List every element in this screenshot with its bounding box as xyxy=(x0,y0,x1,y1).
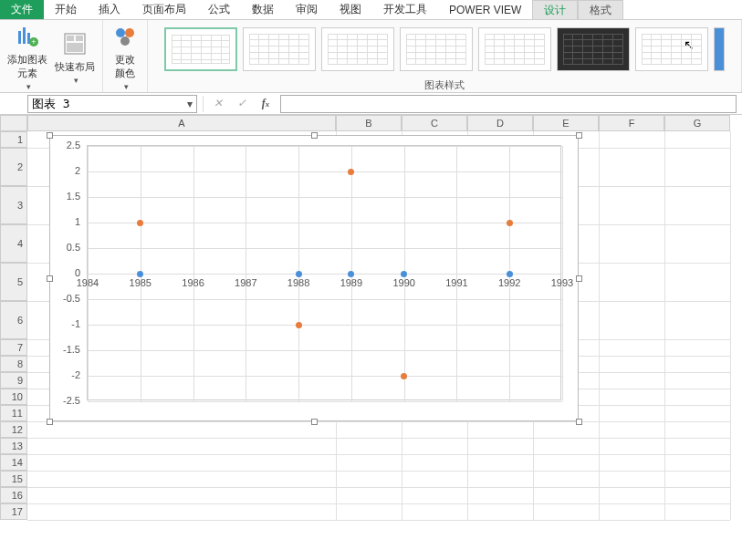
svg-rect-6 xyxy=(67,36,74,41)
svg-point-11 xyxy=(120,36,130,46)
row-header-2[interactable]: 2 xyxy=(0,148,27,186)
chart-plot-area[interactable]: -2.5-2-1.5-1-0.500.511.522.5198419851986… xyxy=(87,145,561,400)
chart-style-6[interactable] xyxy=(557,27,630,71)
mouse-cursor-icon: ↖ xyxy=(684,37,695,52)
menu-tabs: 文件 开始 插入 页面布局 公式 数据 审阅 视图 开发工具 POWER VIE… xyxy=(0,0,742,20)
chart-style-2[interactable] xyxy=(243,27,316,71)
row-header-15[interactable]: 15 xyxy=(0,471,27,487)
tab-file[interactable]: 文件 xyxy=(0,0,44,19)
name-box-dropdown[interactable]: ▾ xyxy=(186,98,193,110)
chart-resize-handle[interactable] xyxy=(47,419,53,425)
tab-design[interactable]: 设计 xyxy=(532,0,578,19)
chart-resize-handle[interactable] xyxy=(47,132,53,139)
tab-data[interactable]: 数据 xyxy=(241,0,285,19)
chart-style-1[interactable] xyxy=(164,27,237,71)
chart-style-more[interactable] xyxy=(714,27,725,71)
tab-home[interactable]: 开始 xyxy=(44,0,88,19)
chevron-down-icon: ▾ xyxy=(26,82,31,91)
tab-insert[interactable]: 插入 xyxy=(88,0,131,19)
tab-devtools[interactable]: 开发工具 xyxy=(372,0,438,19)
group-label-styles: 图表样式 xyxy=(424,77,465,94)
row-header-3[interactable]: 3 xyxy=(0,186,27,224)
chart-style-5[interactable] xyxy=(478,27,551,71)
row-header-16[interactable]: 16 xyxy=(0,487,27,503)
chevron-down-icon: ▾ xyxy=(124,82,129,91)
add-chart-element-icon: + xyxy=(13,22,42,51)
chart-resize-handle[interactable] xyxy=(311,419,318,425)
row-header-10[interactable]: 10 xyxy=(0,389,27,405)
y-tick-label: 2.5 xyxy=(53,140,80,150)
svg-point-9 xyxy=(116,28,125,37)
col-header-A[interactable]: A xyxy=(27,115,336,131)
y-tick-label: -0.5 xyxy=(53,293,80,304)
row-header-17[interactable]: 17 xyxy=(0,503,27,520)
tab-powerview[interactable]: POWER VIEW xyxy=(438,0,532,19)
chart-point[interactable] xyxy=(296,322,302,328)
tab-pagelayout[interactable]: 页面布局 xyxy=(131,0,197,19)
chart-point[interactable] xyxy=(296,271,302,277)
tab-view[interactable]: 视图 xyxy=(329,0,372,19)
chart-point[interactable] xyxy=(348,271,354,277)
chart-point[interactable] xyxy=(348,169,354,175)
name-box[interactable]: ▾ xyxy=(27,95,197,113)
x-tick-label: 1989 xyxy=(338,277,365,288)
chart-point[interactable] xyxy=(401,373,407,379)
tab-formula[interactable]: 公式 xyxy=(197,0,241,19)
row-header-5[interactable]: 5 xyxy=(0,263,27,301)
col-header-F[interactable]: F xyxy=(599,115,664,131)
x-tick-label: 1992 xyxy=(496,277,523,288)
chart-style-4[interactable] xyxy=(400,27,473,71)
svg-point-10 xyxy=(125,28,134,37)
tab-format[interactable]: 格式 xyxy=(578,0,623,19)
row-header-13[interactable]: 13 xyxy=(0,438,27,454)
y-tick-label: 1 xyxy=(53,216,80,227)
row-header-1[interactable]: 1 xyxy=(0,131,27,148)
chart-resize-handle[interactable] xyxy=(576,419,582,425)
row-header-14[interactable]: 14 xyxy=(0,454,27,471)
y-tick-label: 1.5 xyxy=(53,191,80,202)
quick-layout-button[interactable]: 快速布局 ▾ xyxy=(55,29,95,85)
cells-area[interactable]: -2.5-2-1.5-1-0.500.511.522.5198419851986… xyxy=(27,131,742,560)
chart-style-3[interactable] xyxy=(321,27,394,71)
chart-point[interactable] xyxy=(137,220,143,226)
fx-button[interactable]: fx xyxy=(256,97,275,110)
col-header-G[interactable]: G xyxy=(664,115,730,131)
chart-style-7[interactable]: ↖ xyxy=(635,27,708,71)
row-header-12[interactable]: 12 xyxy=(0,421,27,438)
chart-point[interactable] xyxy=(507,220,513,226)
accept-formula-button[interactable]: ✓ xyxy=(233,97,251,110)
col-header-B[interactable]: B xyxy=(336,115,402,131)
chart-resize-handle[interactable] xyxy=(311,132,318,139)
worksheet: ABCDEFG 1234567891011121314151617 -2.5-2… xyxy=(0,115,742,560)
svg-rect-7 xyxy=(76,36,83,41)
change-colors-button[interactable]: 更改 颜色 ▾ xyxy=(110,22,140,91)
cancel-formula-button[interactable]: ✕ xyxy=(209,97,227,110)
quick-layout-icon xyxy=(60,29,89,58)
row-header-8[interactable]: 8 xyxy=(0,356,27,372)
col-header-D[interactable]: D xyxy=(467,115,533,131)
chart-resize-handle[interactable] xyxy=(576,275,582,282)
add-chart-element-label: 添加图表 元素 xyxy=(7,53,47,80)
row-header-11[interactable]: 11 xyxy=(0,405,27,421)
add-chart-element-button[interactable]: + 添加图表 元素 ▾ xyxy=(7,22,47,91)
select-all-corner[interactable] xyxy=(0,115,27,131)
y-tick-label: -1 xyxy=(53,318,80,329)
chart-point[interactable] xyxy=(137,271,143,277)
x-tick-label: 1988 xyxy=(285,277,312,288)
formula-bar[interactable] xyxy=(280,95,737,113)
chart-resize-handle[interactable] xyxy=(47,275,53,282)
row-header-7[interactable]: 7 xyxy=(0,339,27,356)
row-header-9[interactable]: 9 xyxy=(0,372,27,389)
chart-resize-handle[interactable] xyxy=(576,132,582,139)
row-header-6[interactable]: 6 xyxy=(0,301,27,339)
embedded-chart[interactable]: -2.5-2-1.5-1-0.500.511.522.5198419851986… xyxy=(49,135,579,421)
col-header-E[interactable]: E xyxy=(533,115,599,131)
row-header-4[interactable]: 4 xyxy=(0,224,27,263)
column-headers: ABCDEFG xyxy=(27,115,730,131)
name-box-input[interactable] xyxy=(32,97,186,110)
tab-review[interactable]: 审阅 xyxy=(285,0,329,19)
y-tick-label: 0.5 xyxy=(53,242,80,253)
chart-point[interactable] xyxy=(507,271,513,277)
col-header-C[interactable]: C xyxy=(402,115,467,131)
chart-point[interactable] xyxy=(401,271,407,277)
